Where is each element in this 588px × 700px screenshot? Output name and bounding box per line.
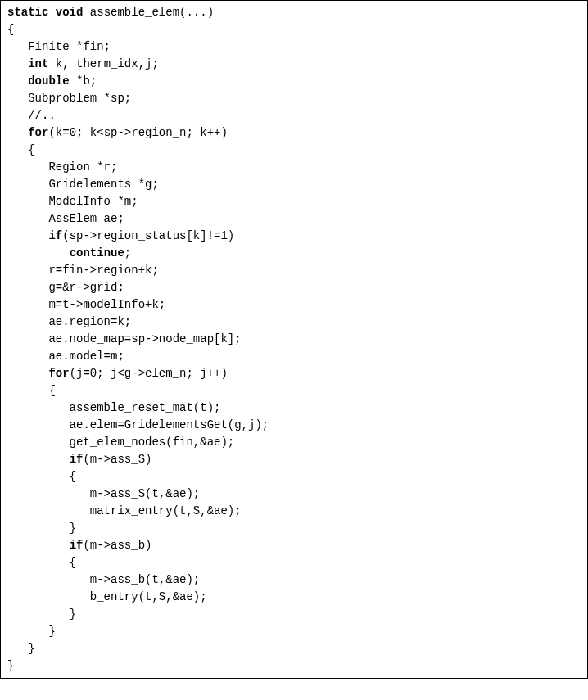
keyword: if (70, 539, 84, 552)
code-block: static void assemble_elem(...){ Finite *… (0, 0, 588, 679)
keyword: static void (7, 6, 83, 19)
code-line: ModelInfo *m; (7, 193, 581, 210)
code-line: if(m->ass_b) (7, 537, 581, 554)
keyword: for (28, 126, 48, 139)
code-line: m->ass_S(t,&ae); (7, 485, 581, 503)
code-line: ae.elem=GridelementsGet(g,j); (7, 417, 581, 434)
keyword: for (48, 367, 69, 380)
code-line: ae.region=k; (7, 314, 581, 331)
code-line: { (7, 382, 581, 400)
code-line: { (7, 142, 581, 159)
code-line: Finite *fin; (7, 38, 581, 56)
code-line: m=t->modelInfo+k; (7, 296, 581, 314)
code-line: double *b; (7, 73, 581, 90)
code-line: int k, therm_idx,j; (7, 56, 581, 73)
code-line: } (7, 623, 581, 640)
code-line: for(k=0; k<sp->region_n; k++) (7, 124, 581, 142)
code-line: Gridelements *g; (7, 176, 581, 193)
code-line: if(m->ass_S) (7, 451, 581, 468)
code-line: AssElem ae; (7, 210, 581, 228)
code-line: ae.node_map=sp->node_map[k]; (7, 331, 581, 348)
code-line: } (7, 640, 581, 657)
keyword: if (70, 453, 84, 466)
code-line: b_entry(t,S,&ae); (7, 589, 581, 606)
code-line: m->ass_b(t,&ae); (7, 571, 581, 589)
code-line: get_elem_nodes(fin,&ae); (7, 434, 581, 451)
code-line: if(sp->region_status[k]!=1) (7, 228, 581, 245)
keyword: if (48, 229, 62, 242)
keyword: continue (70, 246, 124, 260)
code-line: continue; (7, 245, 581, 262)
code-line: static void assemble_elem(...) (7, 4, 581, 21)
code-line: matrix_entry(t,S,&ae); (7, 503, 581, 520)
code-line: } (7, 520, 581, 537)
code-line: g=&r->grid; (7, 279, 581, 296)
code-line: Region *r; (7, 159, 581, 176)
code-line: Subproblem *sp; (7, 90, 581, 107)
keyword: int (28, 57, 48, 70)
code-line: } (7, 606, 581, 623)
code-line: } (7, 657, 581, 675)
code-line: //.. (7, 107, 581, 124)
code-line: r=fin->region+k; (7, 262, 581, 279)
keyword: double (28, 75, 69, 88)
code-line: { (7, 554, 581, 571)
code-line: { (7, 21, 581, 38)
code-line: ae.model=m; (7, 348, 581, 365)
code-line: assemble_reset_mat(t); (7, 400, 581, 417)
code-line: for(j=0; j<g->elem_n; j++) (7, 365, 581, 382)
code-line: { (7, 468, 581, 485)
